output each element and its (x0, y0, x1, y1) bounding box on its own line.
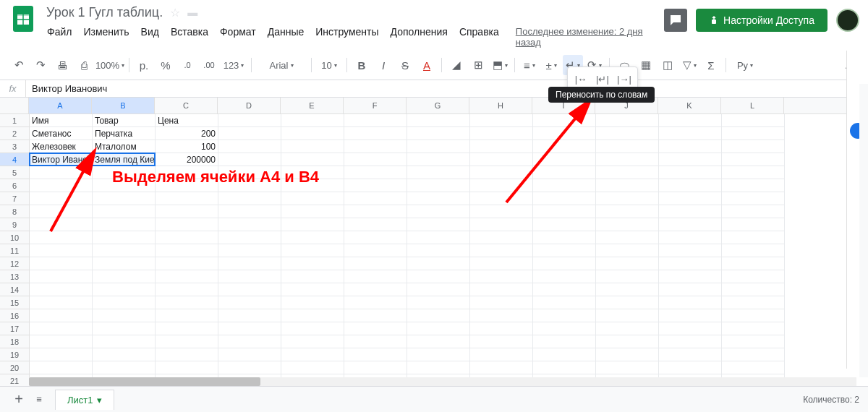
cell[interactable] (533, 283, 596, 296)
cell[interactable] (407, 114, 470, 127)
cell[interactable] (30, 270, 93, 283)
zoom-select[interactable]: 100% (95, 55, 124, 75)
cell[interactable] (659, 322, 722, 335)
cell[interactable] (407, 322, 470, 335)
cell[interactable] (407, 244, 470, 257)
cell[interactable] (281, 270, 344, 283)
menu-tools[interactable]: Инструменты (310, 23, 383, 51)
cell[interactable] (281, 244, 344, 257)
cell[interactable] (156, 322, 218, 335)
cell[interactable] (722, 205, 785, 218)
cell[interactable] (407, 348, 470, 361)
sheet-tab[interactable]: Лист1 ▾ (55, 390, 114, 410)
all-sheets-button[interactable]: ≡ (29, 390, 49, 410)
cell[interactable] (407, 205, 470, 218)
menu-data[interactable]: Данные (263, 23, 310, 51)
cell[interactable] (533, 335, 596, 348)
cell[interactable]: 200 (156, 127, 218, 140)
row-header[interactable]: 13 (0, 270, 29, 283)
cell[interactable] (344, 205, 407, 218)
cell[interactable] (722, 361, 785, 374)
cell[interactable] (218, 309, 281, 322)
cell[interactable] (596, 153, 659, 166)
cell[interactable] (407, 166, 470, 179)
cell[interactable] (722, 114, 785, 127)
row-header[interactable]: 7 (0, 192, 29, 205)
cell[interactable] (533, 296, 596, 309)
cell[interactable] (218, 114, 281, 127)
cell[interactable] (156, 348, 218, 361)
cell[interactable] (281, 296, 344, 309)
cell[interactable] (218, 348, 281, 361)
cell[interactable] (596, 179, 659, 192)
cell[interactable] (659, 114, 722, 127)
cell[interactable] (344, 322, 407, 335)
row-header[interactable]: 18 (0, 335, 29, 348)
cell[interactable] (344, 127, 407, 140)
cell[interactable] (281, 322, 344, 335)
cell[interactable] (30, 348, 93, 361)
font-size-select[interactable]: 10 (316, 55, 342, 75)
cell[interactable]: Имя (30, 114, 93, 127)
inc-decimal-button[interactable]: .00 (199, 55, 219, 75)
cell[interactable] (281, 335, 344, 348)
cell[interactable] (407, 231, 470, 244)
cell[interactable] (596, 231, 659, 244)
merge-cells-button[interactable]: ⬒ (490, 55, 510, 75)
currency-button[interactable]: р. (134, 55, 154, 75)
cell[interactable] (470, 257, 533, 270)
menu-insert[interactable]: Вставка (166, 23, 213, 51)
cell[interactable] (281, 257, 344, 270)
percent-button[interactable]: % (156, 55, 176, 75)
wrap-wrap-icon[interactable]: |↵| (592, 70, 613, 87)
col-header[interactable]: F (344, 98, 407, 113)
col-header[interactable]: C (155, 98, 218, 113)
star-icon[interactable]: ☆ (170, 6, 180, 20)
row-header[interactable]: 17 (0, 322, 29, 335)
cell[interactable] (344, 192, 407, 205)
sheet-dropdown-icon[interactable]: ▾ (97, 395, 102, 405)
fx-icon[interactable]: fx (0, 80, 26, 97)
cell[interactable] (344, 270, 407, 283)
cell[interactable] (407, 192, 470, 205)
cell[interactable] (659, 179, 722, 192)
col-header[interactable]: B (92, 98, 155, 113)
cell[interactable] (218, 127, 281, 140)
cell[interactable] (30, 309, 93, 322)
cell[interactable] (156, 296, 218, 309)
col-header[interactable]: D (218, 98, 281, 113)
row-header[interactable]: 1 (0, 114, 29, 127)
cell[interactable] (470, 348, 533, 361)
cell[interactable] (93, 322, 156, 335)
row-header[interactable]: 11 (0, 244, 29, 257)
cell[interactable] (30, 296, 93, 309)
cell[interactable] (156, 309, 218, 322)
cell[interactable] (407, 270, 470, 283)
cell[interactable] (281, 153, 344, 166)
cell[interactable] (659, 348, 722, 361)
doc-title[interactable]: Урок 1 Гугл таблиц. (42, 5, 167, 20)
col-header[interactable]: L (721, 98, 784, 113)
cell[interactable] (344, 348, 407, 361)
[interactable] (533, 270, 596, 283)
row-header[interactable]: 6 (0, 179, 29, 192)
menu-edit[interactable]: Изменить (78, 23, 134, 51)
cell[interactable] (93, 309, 156, 322)
cell[interactable] (596, 218, 659, 231)
scrollbar-horizontal[interactable] (29, 377, 856, 386)
cell[interactable] (344, 335, 407, 348)
row-header[interactable]: 2 (0, 127, 29, 140)
cell[interactable] (93, 348, 156, 361)
cell[interactable] (722, 192, 785, 205)
cell[interactable] (218, 192, 281, 205)
cell[interactable] (659, 166, 722, 179)
cell[interactable] (407, 153, 470, 166)
cell[interactable] (156, 270, 218, 283)
cell[interactable]: Земля под Киев (93, 153, 156, 166)
cell[interactable] (659, 140, 722, 153)
cell[interactable] (470, 296, 533, 309)
cell[interactable] (596, 361, 659, 374)
cell[interactable] (722, 348, 785, 361)
paint-format-icon[interactable]: ⎙ (74, 55, 94, 75)
cell[interactable] (344, 296, 407, 309)
